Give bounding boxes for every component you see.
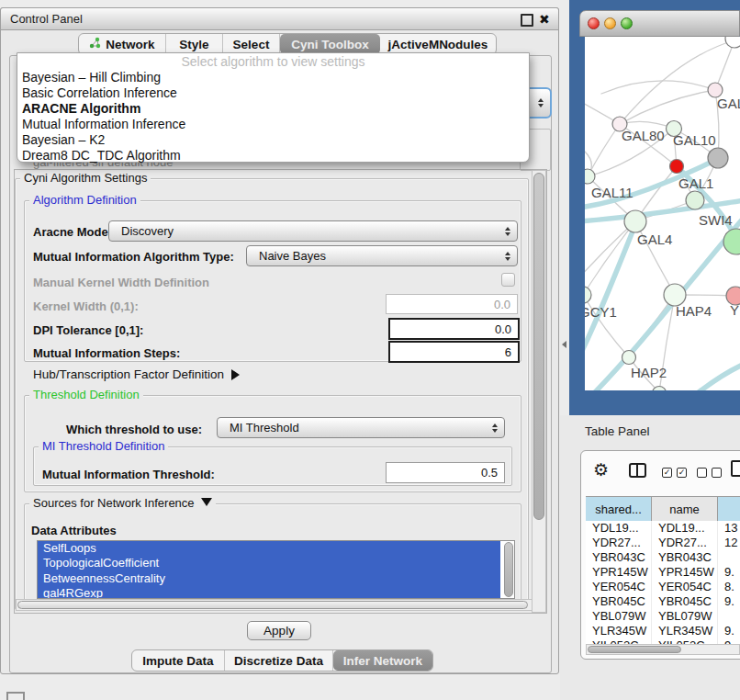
network-canvas[interactable]: GALGAL80GAL10GAL11GAL1SWI4GAL4GCY1HAP4YH…	[585, 37, 740, 390]
algorithm-option[interactable]: Bayesian – K2	[17, 132, 529, 148]
table-row[interactable]: YER054CYER054C8.	[586, 580, 740, 594]
tab-label: Discretize Data	[234, 654, 323, 668]
algorithm-option[interactable]: Bayesian – Hill Climbing	[17, 70, 529, 85]
table-cell: YBR043C	[586, 550, 652, 565]
aracne-mode-combo[interactable]: Discovery	[108, 220, 518, 242]
float-window-icon[interactable]	[521, 14, 533, 27]
settings-hscrollbar-thumb[interactable]	[17, 601, 528, 609]
split-divider-arrow-icon[interactable]	[562, 341, 566, 348]
mi-threshold-input[interactable]: 0.5	[386, 462, 505, 483]
network-node[interactable]	[708, 148, 728, 168]
algorithm-option[interactable]: ARACNE Algorithm	[17, 101, 529, 117]
combo-arrows-icon	[505, 252, 510, 261]
network-node[interactable]	[622, 351, 636, 365]
hub-definition-expander[interactable]: Hub/Transcription Factor Definition	[33, 367, 240, 381]
network-edge[interactable]	[588, 124, 620, 176]
data-attribute-item[interactable]: gal4RGexp	[38, 586, 500, 599]
kernel-width-input[interactable]: 0.0	[386, 294, 518, 314]
tab-impute-data[interactable]: Impute Data	[132, 650, 225, 671]
network-node[interactable]	[624, 210, 646, 232]
table-cell: YBL079W	[652, 609, 718, 624]
zoom-traffic-light-icon[interactable]	[621, 17, 633, 29]
network-node[interactable]	[585, 287, 591, 303]
table-cell: YDR27...	[586, 536, 652, 550]
attr-list-scrollbar-thumb[interactable]	[504, 542, 513, 597]
network-edge-thick[interactable]	[695, 364, 740, 390]
mi-type-combo[interactable]: Naive Bayes	[246, 245, 518, 266]
sources-title: Sources for Network Inference	[33, 496, 195, 510]
tab-discretize-data[interactable]: Discretize Data	[225, 650, 333, 671]
minimized-window-icon[interactable]	[6, 692, 25, 700]
minimize-traffic-light-icon[interactable]	[604, 17, 616, 29]
table-cell	[718, 550, 740, 565]
algorithm-definition-title: Algorithm Definition	[29, 194, 140, 207]
unchecked-checkbox-icon[interactable]	[712, 468, 722, 478]
tab-label: jActiveMNodules	[388, 38, 488, 51]
network-node[interactable]	[723, 229, 740, 254]
mi-steps-input[interactable]: 6	[388, 341, 520, 363]
network-edge[interactable]	[601, 81, 715, 94]
data-attribute-item[interactable]: SelfLoops	[38, 541, 500, 556]
algorithm-option[interactable]: Mutual Information Inference	[17, 117, 529, 132]
control-panel-titlebar[interactable]: Control Panel ✖	[0, 7, 559, 30]
table-row[interactable]: YBR043CYBR043C	[586, 550, 740, 565]
apply-button-label: Apply	[263, 624, 295, 638]
data-attribute-item[interactable]: TopologicalCoefficient	[38, 556, 500, 570]
tab-network[interactable]: Network	[79, 34, 166, 54]
network-node[interactable]	[725, 37, 740, 48]
tab-label: Select	[233, 38, 270, 51]
tab-jactivemnodules[interactable]: jActiveMNodules	[380, 34, 496, 54]
tab-style[interactable]: Style	[166, 34, 223, 54]
checked-checkbox-icon[interactable]: ✓	[662, 468, 672, 478]
tab-label: Network	[106, 38, 154, 51]
checked-checkbox-icon[interactable]: ✓	[677, 468, 687, 478]
network-node[interactable]	[670, 160, 684, 174]
table-row[interactable]: YDR27...YDR27...12	[586, 536, 740, 550]
combo-arrows-icon	[538, 98, 544, 107]
which-threshold-combo[interactable]: MI Threshold	[217, 417, 505, 438]
manual-kernel-checkbox[interactable]	[501, 273, 515, 287]
unchecked-checkbox-icon[interactable]	[697, 468, 707, 478]
network-node-label: HAP4	[676, 303, 712, 319]
table-row[interactable]: YDL19...YDL19...13	[586, 521, 740, 536]
gear-icon[interactable]: ⚙	[593, 461, 609, 479]
close-panel-icon[interactable]: ✖	[539, 10, 550, 28]
network-edge[interactable]	[620, 90, 715, 124]
tab-cyni-toolbox[interactable]: Cyni Toolbox	[280, 34, 380, 54]
table-cell: YBL079W	[586, 609, 652, 624]
tab-label: Infer Network	[343, 654, 422, 668]
network-node[interactable]	[686, 191, 704, 209]
table-column-header[interactable]: name	[652, 497, 718, 521]
table-cell: YBR045C	[652, 594, 718, 609]
table-hscrollbar-thumb[interactable]	[588, 646, 681, 653]
table-column-header[interactable]	[718, 497, 740, 521]
dpi-tolerance-value: 0.0	[495, 322, 511, 336]
settings-vscrollbar-thumb[interactable]	[533, 173, 544, 520]
split-columns-icon[interactable]	[629, 463, 646, 478]
document-icon[interactable]	[731, 460, 740, 477]
expander-down-arrow-icon	[201, 498, 212, 506]
table-column-header[interactable]: shared...	[586, 497, 652, 521]
algorithm-option[interactable]: Basic Correlation Inference	[17, 85, 529, 101]
application-window: Control Panel ✖ NetworkStyleSelectCyni T…	[0, 0, 740, 700]
tab-infer-network[interactable]: Infer Network	[333, 650, 432, 671]
apply-button[interactable]: Apply	[247, 621, 311, 640]
network-node[interactable]	[585, 169, 595, 184]
tab-label: Cyni Toolbox	[291, 38, 369, 51]
sources-expander[interactable]: Sources for Network Inference	[29, 497, 216, 510]
algorithm-option[interactable]: Dream8 DC_TDC Algorithm	[17, 148, 529, 164]
tab-select[interactable]: Select	[223, 34, 280, 54]
table-cell	[718, 609, 740, 624]
table-row[interactable]: YBL079WYBL079W	[586, 609, 740, 624]
dpi-tolerance-input[interactable]: 0.0	[388, 318, 520, 340]
expander-right-arrow-icon	[231, 369, 240, 380]
table-row[interactable]: YPR145WYPR145W9.	[586, 565, 740, 580]
network-graph: GALGAL80GAL10GAL11GAL1SWI4GAL4GCY1HAP4YH…	[585, 37, 740, 390]
data-attribute-item[interactable]: BetweennessCentrality	[38, 571, 500, 586]
network-node-label: SWI4	[699, 212, 733, 228]
hub-definition-label: Hub/Transcription Factor Definition	[33, 367, 224, 381]
table-row[interactable]: YBR045CYBR045C9.	[586, 594, 740, 609]
table-row[interactable]: YLR345WYLR345W9.	[586, 624, 740, 638]
combo-arrows-icon	[492, 423, 498, 433]
close-traffic-light-icon[interactable]	[588, 17, 600, 29]
